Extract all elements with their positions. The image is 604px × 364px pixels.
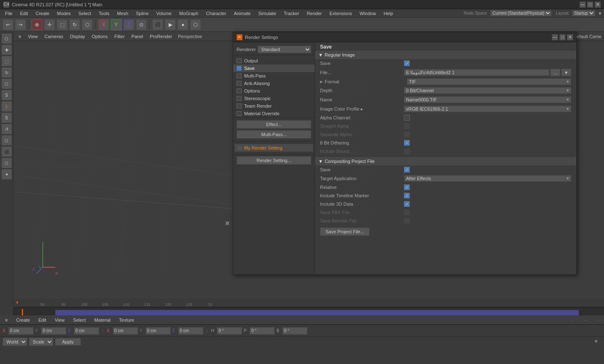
menu-extensions[interactable]: Extensions bbox=[326, 10, 355, 17]
rs-nav-save[interactable]: Save bbox=[233, 65, 315, 72]
rs-sound-check[interactable] bbox=[404, 148, 410, 154]
menu-modes[interactable]: Modes bbox=[54, 10, 74, 17]
rs-nav-antialiasing[interactable]: Anti-Aliasing bbox=[233, 80, 315, 87]
rs-comp-save-check[interactable]: ✓ bbox=[404, 167, 410, 173]
rs-relative-check[interactable]: ✓ bbox=[404, 184, 410, 190]
rs-compositing-header[interactable]: ▼ Compositing Project File bbox=[315, 157, 576, 165]
rs-icp-select[interactable]: sRGB IEC61966-2.1 bbox=[404, 106, 571, 112]
menu-mograph[interactable]: MoGraph bbox=[176, 10, 202, 17]
scale-select[interactable]: Scale bbox=[29, 338, 53, 346]
viewport-menu-icon[interactable]: ≡ bbox=[16, 34, 23, 39]
sidebar-icon-10[interactable]: ⬡ bbox=[2, 135, 12, 145]
viewport-options[interactable]: Options bbox=[89, 34, 110, 39]
mat-view[interactable]: View bbox=[52, 317, 67, 323]
undo-btn[interactable]: ↩ bbox=[3, 19, 13, 30]
mode-btn-3[interactable]: ⬚ bbox=[57, 19, 68, 30]
py-input[interactable] bbox=[146, 327, 171, 335]
effect-btn[interactable]: Effect... bbox=[237, 120, 311, 129]
mat-edit[interactable]: Edit bbox=[36, 317, 49, 323]
multipass-btn[interactable]: Multi-Pass... bbox=[237, 130, 311, 139]
mode-btn-5[interactable]: ⬡ bbox=[82, 19, 93, 30]
sidebar-icon-4[interactable]: ↻ bbox=[2, 67, 12, 77]
menu-mesh[interactable]: Mesh bbox=[114, 10, 132, 17]
sidebar-icon-2[interactable]: ✚ bbox=[2, 45, 12, 55]
world-select[interactable]: World bbox=[3, 338, 27, 346]
viewport-display[interactable]: Display bbox=[68, 34, 88, 39]
rs-depth-select[interactable]: 0 Bit/Channel bbox=[404, 87, 571, 94]
rs-alembic-check[interactable] bbox=[404, 218, 410, 224]
redo-btn[interactable]: ↪ bbox=[15, 19, 26, 30]
rs-minimize-btn[interactable]: — bbox=[552, 34, 558, 40]
sidebar-icon-5[interactable]: ⬡ bbox=[2, 79, 12, 89]
rs-format-select[interactable]: TIF bbox=[407, 78, 571, 85]
render-setting-btn[interactable]: Render Setting... bbox=[237, 156, 311, 165]
px-input[interactable] bbox=[113, 327, 138, 335]
mat-select[interactable]: Select bbox=[70, 317, 89, 323]
viewport-prorender[interactable]: ProRender bbox=[147, 34, 174, 39]
rs-regular-image-header[interactable]: ▼ Regular Image bbox=[315, 51, 576, 59]
menu-tools[interactable]: Tools bbox=[95, 10, 113, 17]
menu-volume[interactable]: Volume bbox=[153, 10, 175, 17]
menu-character[interactable]: Character bbox=[203, 10, 229, 17]
rs-file-browse-btn[interactable]: ... bbox=[550, 69, 560, 76]
close-btn[interactable]: ✕ bbox=[595, 2, 601, 8]
rs-close-btn[interactable]: ✕ bbox=[567, 34, 573, 40]
rs-nav-output[interactable]: Output bbox=[233, 57, 315, 65]
p-input[interactable] bbox=[250, 327, 275, 335]
rs-file-down-btn[interactable]: ▼ bbox=[561, 69, 571, 76]
rs-dithering-check[interactable]: ✓ bbox=[404, 140, 410, 146]
node-space-select[interactable]: Current (Standard/Physical) bbox=[490, 10, 552, 16]
mat-texture[interactable]: Texture bbox=[117, 317, 137, 323]
sidebar-icon-8[interactable]: S bbox=[2, 113, 12, 123]
rs-name-select[interactable]: Name0000.TIF bbox=[404, 96, 571, 103]
viewport-filter[interactable]: Filter bbox=[112, 34, 127, 39]
rs-nav-multipass[interactable]: Multi-Pass bbox=[233, 72, 315, 80]
viewport-cameras[interactable]: Cameras bbox=[42, 34, 66, 39]
menu-tracker[interactable]: Tracker bbox=[281, 10, 303, 17]
my-render-setting[interactable]: ⬡ My Render Setting bbox=[235, 144, 313, 152]
render-btn[interactable]: ▶ bbox=[165, 19, 176, 30]
y-input[interactable] bbox=[41, 327, 66, 335]
sidebar-icon-7[interactable]: $ bbox=[2, 101, 12, 111]
sidebar-icon-6[interactable]: S bbox=[2, 90, 12, 100]
rs-separate-alpha-check[interactable] bbox=[404, 132, 410, 137]
pz-input[interactable] bbox=[178, 327, 203, 335]
mat-create[interactable]: Create bbox=[13, 317, 32, 323]
sidebar-icon-11[interactable]: ⬛ bbox=[2, 147, 12, 157]
rs-save-check[interactable]: ✓ bbox=[404, 60, 410, 66]
layout-select[interactable]: Startup bbox=[572, 10, 595, 16]
menu-create[interactable]: Create bbox=[32, 10, 53, 17]
world-btn[interactable]: ⊙ bbox=[136, 19, 147, 30]
axis-z-btn[interactable]: Z bbox=[123, 19, 134, 30]
axis-x-btn[interactable]: X bbox=[98, 19, 109, 30]
rs-straight-alpha-check[interactable] bbox=[404, 123, 410, 129]
minimize-btn[interactable]: — bbox=[580, 2, 586, 8]
viewport-panel[interactable]: Panel bbox=[129, 34, 146, 39]
rs-nav-materialoverride[interactable]: Material Override bbox=[233, 110, 315, 117]
mode-btn-4[interactable]: ↻ bbox=[69, 19, 80, 30]
rs-nav-stereoscopic[interactable]: Stereoscopic bbox=[233, 95, 315, 102]
bottom-bar-icon[interactable]: ≡ bbox=[595, 338, 601, 345]
menu-animate[interactable]: Animate bbox=[230, 10, 254, 17]
menu-render[interactable]: Render bbox=[303, 10, 325, 17]
apply-btn[interactable]: Apply bbox=[55, 338, 81, 346]
rs-target-app-select[interactable]: After Effects bbox=[404, 175, 571, 182]
rs-nav-options[interactable]: Options bbox=[233, 87, 315, 95]
rs-maximize-btn[interactable]: □ bbox=[560, 34, 565, 40]
mode-btn-2[interactable]: ✛ bbox=[44, 19, 55, 30]
menu-spline[interactable]: Spline bbox=[133, 10, 152, 17]
maximize-btn[interactable]: □ bbox=[587, 2, 593, 8]
menu-window[interactable]: Window bbox=[356, 10, 379, 17]
menu-help[interactable]: Help bbox=[380, 10, 396, 17]
menu-file[interactable]: File bbox=[2, 10, 16, 17]
sidebar-icon-12[interactable]: ⬡ bbox=[2, 158, 12, 168]
menu-select[interactable]: Select bbox=[75, 10, 95, 17]
extra-btn[interactable]: ⬡ bbox=[190, 19, 201, 30]
mat-menu-icon[interactable]: ≡ bbox=[3, 317, 10, 323]
rs-alpha-check[interactable] bbox=[404, 115, 410, 121]
x-input[interactable] bbox=[8, 327, 34, 335]
rs-save-project-btn[interactable]: Save Project File... bbox=[320, 227, 370, 236]
rs-timeline-marker-check[interactable]: ✓ bbox=[404, 193, 410, 199]
axis-y-btn[interactable]: Y bbox=[111, 19, 122, 30]
sidebar-icon-9[interactable]: ↺ bbox=[2, 124, 12, 134]
